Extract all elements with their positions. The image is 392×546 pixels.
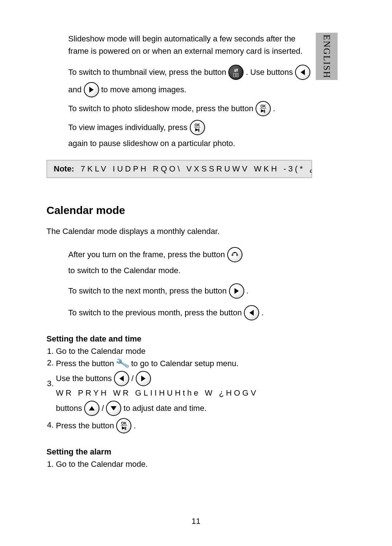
slideshow-intro: Slideshow mode will begin automatically … (68, 33, 312, 57)
text: Press the button (56, 421, 114, 430)
text: Press the button (56, 359, 114, 368)
text: to adjust date and time. (123, 404, 207, 413)
text: To switch to the previous month, press t… (68, 307, 242, 319)
step-4: Press the button OK▶ꞁꞁ . (56, 418, 312, 433)
step-1: Go to the Calendar mode (56, 347, 312, 356)
note-box: Note: 7KLV IUDPH RQO\ VXSSRUWV WKH -3(* … (46, 160, 312, 178)
page-content: Slideshow mode will begin automatically … (46, 33, 312, 471)
calendar-intro: The Calendar mode displays a monthly cal… (46, 227, 312, 236)
text: After you turn on the frame, press the b… (68, 248, 225, 261)
text: Use the buttons (56, 374, 112, 383)
page-number: 11 (0, 517, 392, 526)
text: To switch to thumbnail view, press the b… (68, 66, 226, 78)
step-3: Use the buttons / WR PRYH WR GLIIHUHthe … (56, 371, 312, 416)
text: / (102, 404, 104, 413)
date-time-heading: Setting the date and time (46, 334, 312, 344)
text: to switch to the Calendar mode. (68, 264, 180, 277)
text: to move among images. (101, 84, 187, 96)
text: . (273, 102, 275, 115)
wrench-icon: 🔧 (115, 357, 130, 370)
prev-month-instruction: To switch to the previous month, press t… (68, 305, 312, 320)
calendar-mode-icon (227, 247, 242, 262)
text: To switch to the next month, press the b… (68, 285, 227, 297)
note-label: Note: (54, 164, 74, 174)
thumbnail-view-icon: ⇄ (228, 65, 244, 80)
left-arrow-icon (114, 371, 129, 386)
text: again to pause slideshow on a particular… (68, 137, 235, 150)
ok-playpause-icon: OK▶ꞁꞁ (190, 120, 205, 135)
alarm-heading: Setting the alarm (46, 447, 312, 457)
ok-playpause-icon: OK▶ꞁꞁ (256, 101, 271, 116)
date-time-steps: Go to the Calendar mode Press the button… (46, 347, 312, 433)
text: . (134, 421, 136, 430)
right-arrow-icon (84, 82, 99, 97)
calendar-heading: Calendar mode (46, 204, 312, 217)
text: To view images individually, press (68, 121, 188, 134)
calendar-block: After you turn on the frame, press the b… (68, 247, 312, 320)
step-1: Go to the Calendar mode. (56, 460, 312, 469)
text: WR PRYH WR GLIIHUHthe W ¿HOGV (56, 388, 258, 398)
language-tab: ENGLISH (316, 33, 338, 80)
right-arrow-icon (229, 283, 244, 299)
text: / (131, 374, 134, 383)
left-arrow-icon (295, 65, 310, 80)
thumbnail-instruction: To switch to thumbnail view, press the b… (68, 65, 312, 80)
up-arrow-icon (84, 401, 99, 416)
alarm-steps: Go to the Calendar mode. (46, 460, 312, 469)
text: . (261, 307, 264, 319)
svg-point-2 (236, 254, 238, 256)
step-2: Press the button 🔧 to go to Calendar set… (56, 358, 312, 368)
thumbnail-instruction-2: and to move among images. (68, 82, 312, 97)
text: to go to Calendar setup menu. (131, 359, 238, 368)
svg-point-1 (232, 254, 233, 256)
calendar-switch-instruction: After you turn on the frame, press the b… (68, 247, 312, 277)
right-arrow-icon (136, 371, 151, 386)
text: . Use buttons (246, 66, 293, 78)
slideshow-block: Slideshow mode will begin automatically … (68, 33, 312, 150)
text: . (246, 285, 249, 297)
note-text: 7KLV IUDPH RQO\ VXSSRUWV WKH -3(* ¿OH IR… (81, 164, 312, 174)
left-arrow-icon (244, 305, 259, 320)
text: buttons (56, 404, 82, 413)
view-individual-instruction: To view images individually, press OK▶ꞁꞁ… (68, 120, 312, 150)
text: and (68, 84, 82, 96)
slideshow-mode-instruction: To switch to photo slideshow mode, press… (68, 101, 312, 116)
next-month-instruction: To switch to the next month, press the b… (68, 283, 312, 299)
down-arrow-icon (106, 401, 121, 416)
ok-playpause-icon: OK▶ꞁꞁ (116, 418, 131, 433)
text: To switch to photo slideshow mode, press… (68, 102, 253, 115)
